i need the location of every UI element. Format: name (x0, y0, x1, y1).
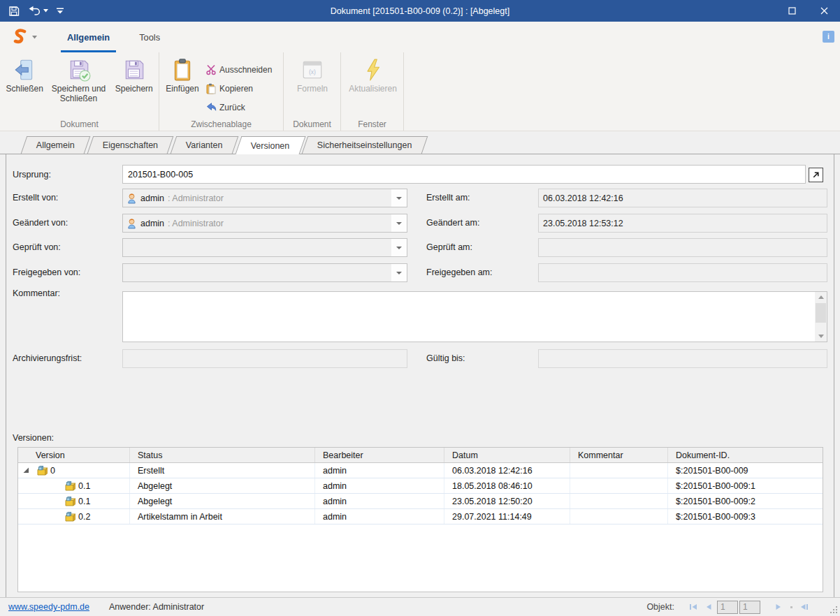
einfuegen-button[interactable]: Einfügen (163, 56, 202, 94)
tab-eigenschaften[interactable]: Eigenschaften (87, 136, 174, 154)
window-title: Dokument [201501-B00-009 (0.2)] : [Abgel… (0, 6, 840, 16)
version-cube-icon (63, 481, 75, 492)
table-row[interactable]: 0.1 Abgelegt admin 18.05.2018 08:46:10 $… (18, 478, 823, 494)
geprueft-am-field (538, 238, 827, 257)
column-header-bearbeiter[interactable]: Bearbeiter (315, 448, 444, 462)
kommentar-textarea[interactable] (123, 292, 815, 342)
geaendert-am-field (538, 214, 827, 233)
version-cube-icon (63, 511, 75, 522)
statusbar-user: Anwender: Administrator (109, 602, 204, 612)
nav-first-button[interactable] (686, 600, 701, 614)
maximize-button[interactable] (776, 0, 808, 22)
chevron-down-icon (396, 247, 402, 249)
kommentar-value (570, 463, 668, 478)
ausschneiden-button[interactable]: Ausschneiden (203, 60, 275, 79)
version-cell: 0 (18, 463, 130, 478)
nav-next-button[interactable] (771, 600, 786, 614)
column-header-kommentar[interactable]: Kommentar (570, 448, 668, 462)
status-value: Erstellt (130, 463, 315, 478)
scrollbar-thumb[interactable] (816, 303, 826, 323)
scrollbar-down-button[interactable] (815, 331, 827, 342)
schliessen-button[interactable]: Schließen (3, 56, 46, 94)
chevron-down-icon (396, 197, 402, 200)
kopieren-button[interactable]: Kopieren (203, 79, 275, 98)
erstellt-von-combo[interactable]: admin : Administrator (122, 189, 407, 207)
page-tab-strip: Allgemein Eigenschaften Varianten Versio… (0, 136, 840, 154)
quick-access-toolbar (0, 6, 64, 17)
kommentar-value (570, 494, 668, 508)
speedy-logo-icon (11, 28, 29, 46)
nav-count-input[interactable] (739, 601, 760, 614)
datum-value: 23.05.2018 12:50:20 (444, 494, 570, 508)
versions-table-rows: 0 Erstellt admin 06.03.2018 12:42:16 $:2… (18, 463, 823, 525)
ribbon-tab-allgemein[interactable]: Allgemein (58, 22, 119, 52)
quick-undo-button[interactable] (28, 6, 48, 16)
chevron-down-icon (396, 222, 402, 225)
bearbeiter-value: admin (315, 478, 444, 493)
table-row[interactable]: 0 Erstellt admin 06.03.2018 12:42:16 $:2… (18, 463, 823, 478)
dropdown-button[interactable] (391, 264, 407, 281)
speichern-button[interactable]: Speichern (112, 56, 157, 94)
tab-varianten[interactable]: Varianten (171, 136, 238, 154)
column-header-datum[interactable]: Datum (444, 448, 570, 462)
titlebar: Dokument [201501-B00-009 (0.2)] : [Abgel… (0, 0, 840, 22)
geaendert-von-value: admin : Administrator (123, 217, 391, 229)
einfuegen-label: Einfügen (166, 84, 198, 94)
clipboard-small-buttons: Ausschneiden Kopieren Zurück (203, 56, 275, 117)
freigegeben-am-label: Freigegeben am: (426, 263, 493, 282)
ribbon-tab-tools[interactable]: Tools (130, 22, 169, 52)
info-button[interactable]: i (823, 31, 834, 43)
close-document-icon (13, 58, 36, 82)
user-avatar-icon (126, 217, 137, 229)
column-header-dokument-id[interactable]: Dokument-ID. (668, 448, 823, 462)
dokument-id-value: $:201501-B00-009:1 (668, 478, 823, 493)
nav-position-input[interactable] (717, 601, 738, 614)
statusbar: www.speedy-pdm.de Anwender: Administrato… (0, 597, 840, 616)
table-row[interactable]: 0.2 Artikelstamm in Arbeit admin 29.07.2… (18, 509, 823, 525)
copy-icon (205, 83, 217, 94)
kommentar-value (570, 478, 668, 493)
ursprung-input[interactable] (122, 165, 806, 184)
scrollbar-up-button[interactable] (815, 292, 827, 302)
nav-last-button[interactable] (797, 600, 812, 614)
speedy-pdm-link[interactable]: www.speedy-pdm.de (8, 602, 89, 612)
geaendert-von-combo[interactable]: admin : Administrator (122, 214, 407, 233)
close-button[interactable] (808, 0, 840, 22)
ribbon-group-zwischenablage: Einfügen Ausschneiden Kopieren (159, 52, 284, 131)
aktualisieren-label: Aktualisieren (349, 84, 397, 94)
nav-previous-button[interactable] (701, 600, 716, 614)
dropdown-button[interactable] (391, 189, 407, 207)
tab-allgemein[interactable]: Allgemein (21, 136, 90, 154)
dropdown-button[interactable] (391, 214, 407, 232)
tab-versionen[interactable]: Versionen (235, 136, 305, 154)
tree-expander-icon[interactable] (23, 467, 29, 474)
speichern-und-schliessen-label: Speichern und Schließen (48, 84, 110, 104)
app-menu-button[interactable] (0, 22, 44, 52)
table-row[interactable]: 0.1 Abgelegt admin 23.05.2018 12:50:20 $… (18, 494, 823, 509)
maximize-icon (788, 7, 796, 15)
chevron-down-icon (32, 36, 37, 39)
undo-back-icon (205, 102, 217, 113)
zurueck-button[interactable]: Zurück (203, 98, 275, 117)
tab-sicherheitseinstellungen[interactable]: Sicherheitseinstellungen (302, 136, 428, 154)
scroll-down-icon (818, 335, 824, 338)
kommentar-value (570, 509, 668, 524)
refresh-lightning-icon (361, 58, 385, 82)
kommentar-scrollbar[interactable] (815, 292, 827, 342)
goto-origin-button[interactable] (809, 168, 823, 182)
resize-grip[interactable] (836, 612, 837, 613)
column-header-status[interactable]: Status (130, 448, 315, 462)
gueltig-bis-label: Gültig bis: (426, 349, 465, 368)
quick-save-button[interactable] (8, 6, 20, 17)
customize-toolbar-button[interactable] (57, 8, 64, 14)
kommentar-field-wrap (122, 291, 827, 342)
column-header-version[interactable]: Version (18, 448, 130, 462)
aktualisieren-button[interactable]: Aktualisieren (345, 56, 401, 94)
ribbon-group-dokument: Schließen Speichern und Schließen (0, 52, 159, 131)
version-cube-icon (35, 465, 48, 476)
dropdown-button[interactable] (391, 239, 407, 256)
speichern-und-schliessen-button[interactable]: Speichern und Schließen (48, 56, 110, 104)
freigegeben-von-combo[interactable] (122, 263, 407, 282)
version-cell: 0.1 (18, 478, 130, 493)
geprueft-von-combo[interactable] (122, 238, 407, 257)
